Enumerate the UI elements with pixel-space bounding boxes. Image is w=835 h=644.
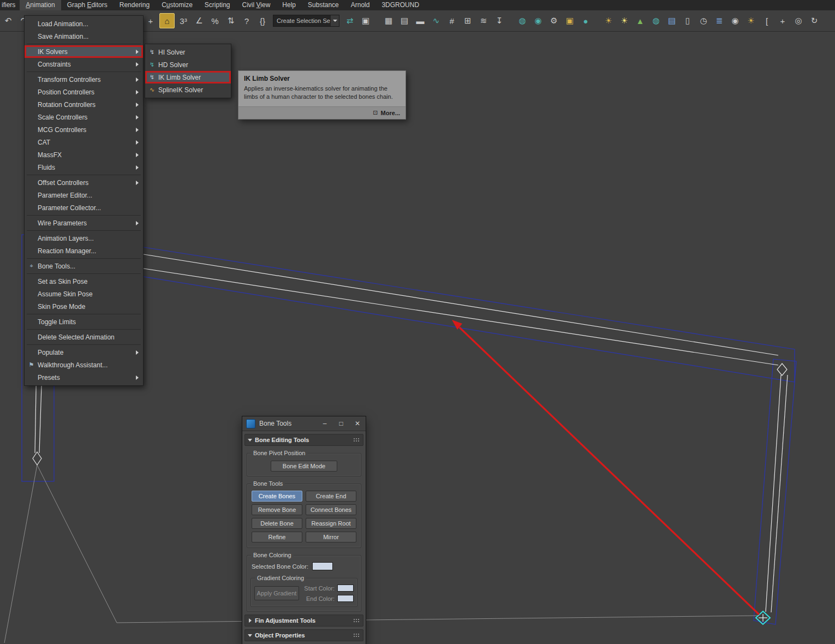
menu-item-ik-solvers[interactable]: IK Solvers [25,45,143,58]
selected-bone-color-swatch[interactable] [312,562,333,570]
compact-material-editor-icon[interactable]: ◉ [531,14,545,28]
rendered-frame-window-icon[interactable]: ▣ [563,14,577,28]
apply-gradient-button[interactable]: Apply Gradient [254,586,299,600]
toolbar-separator[interactable] [594,14,600,28]
end-color-swatch[interactable] [337,595,354,602]
bracket-tool-icon[interactable]: [ [760,14,774,28]
mirror-icon[interactable]: ⇄ [343,14,357,28]
menu-item-constraints[interactable]: Constraints [25,58,143,70]
select-and-move-icon[interactable]: + [144,14,158,28]
combo-dropdown-arrow[interactable] [331,15,339,26]
menu-item-walkthrough-assistant[interactable]: ⚑ Walkthrough Assistant... [25,359,143,371]
menubar-item-modifiers-partial[interactable]: ifiers [0,0,20,10]
toggle-ribbon-icon[interactable]: ▬ [413,14,427,28]
menu-item-position-controllers[interactable]: Position Controllers [25,86,143,98]
submenu-item-hd-solver[interactable]: ↯ HD Solver [145,58,231,71]
schematic-view-icon[interactable]: # [445,14,459,28]
capture-animation-icon[interactable]: ↧ [492,14,506,28]
page-layout-icon[interactable]: ▯ [681,14,695,28]
select-and-place-icon[interactable]: ⌂ [159,13,175,28]
menu-item-skin-pose-mode[interactable]: Skin Pose Mode [25,300,143,313]
reassign-root-button[interactable]: Reassign Root [306,518,356,529]
keyboard-shortcut-override-icon[interactable]: ? [240,14,254,28]
menu-item-parameter-collector[interactable]: Parameter Collector... [25,201,143,214]
material-editor-icon[interactable]: ◍ [515,14,529,28]
undo-icon[interactable]: ↶ [1,14,15,28]
data-stack-icon[interactable]: ≣ [712,14,726,28]
dope-sheet-icon[interactable]: ⊞ [461,14,475,28]
menu-item-assume-skin-pose[interactable]: Assume Skin Pose [25,288,143,300]
menubar-item-help[interactable]: Help [276,0,302,10]
light-icon[interactable]: ☀ [601,14,616,28]
menu-item-offset-controllers[interactable]: Offset Controllers [25,176,143,189]
bone-edit-mode-button[interactable]: Bone Edit Mode [271,461,337,472]
bulb-icon[interactable]: ☀ [744,14,758,28]
menu-item-save-animation[interactable]: Save Animation... [25,30,143,43]
menu-item-scale-controllers[interactable]: Scale Controllers [25,111,143,123]
submenu-item-hi-solver[interactable]: ↯ HI Solver [145,46,231,58]
toolbar-separator[interactable] [374,14,380,28]
render-production-icon[interactable]: ● [578,14,593,28]
menu-item-bone-tools[interactable]: ⌖ Bone Tools... [25,260,143,272]
menu-item-fluids[interactable]: Fluids [25,161,143,174]
start-color-swatch[interactable] [337,585,354,592]
menubar-item-graph-editors[interactable]: Graph Editors [61,0,114,10]
visibility-eye-icon[interactable]: ◉ [728,14,742,28]
menubar-item-animation[interactable]: Animation [20,0,61,10]
menu-item-toggle-limits[interactable]: Toggle Limits [25,315,143,328]
toggle-layer-explorer-icon[interactable]: ▤ [397,14,411,28]
create-end-button[interactable]: Create End [306,491,356,502]
rollout-fin-adjustment-tools[interactable]: Fin Adjustment Tools [244,615,363,627]
vegetation-icon[interactable]: ▲ [633,14,647,28]
pivot-icon[interactable]: ◎ [791,14,806,28]
time-configuration-icon[interactable]: ◷ [696,14,711,28]
minimize-button[interactable]: – [317,416,333,431]
menu-item-populate[interactable]: Populate [25,346,143,359]
bone-chain-wireframe[interactable] [33,236,788,612]
motion-mixer-icon[interactable]: ≋ [476,14,491,28]
delete-bone-button[interactable]: Delete Bone [252,518,302,529]
rotate-view-icon[interactable]: ↻ [807,14,821,28]
menu-item-cat[interactable]: CAT [25,136,143,148]
curve-editor-icon[interactable]: ∿ [429,14,443,28]
menu-item-set-as-skin-pose[interactable]: Set as Skin Pose [25,275,143,288]
spinner-snap-toggle-icon[interactable]: ⇅ [224,14,238,28]
rollout-object-properties[interactable]: Object Properties [244,629,363,641]
menu-item-parameter-editor[interactable]: Parameter Editor... [25,189,143,201]
edit-named-selection-sets-icon[interactable]: {} [255,14,270,28]
create-bones-button[interactable]: Create Bones [252,491,302,502]
menu-item-delete-selected-animation[interactable]: Delete Selected Animation [25,331,143,343]
menu-item-reaction-manager[interactable]: Reaction Manager... [25,245,143,257]
angle-snap-toggle-icon[interactable]: ∠ [192,14,206,28]
menu-item-massfx[interactable]: MassFX [25,148,143,161]
toggle-scene-explorer-icon[interactable]: ▦ [381,14,396,28]
menubar-item-customize[interactable]: Customize [156,0,199,10]
named-selection-sets-combo[interactable]: Create Selection Se [273,15,339,27]
render-setup-icon[interactable]: ⚙ [547,14,561,28]
bone-tools-titlebar[interactable]: Bone Tools – □ ✕ [242,416,366,431]
notes-icon[interactable]: ▤ [665,14,679,28]
menubar-item-rendering[interactable]: Rendering [114,0,156,10]
percent-snap-toggle-icon[interactable]: % [208,14,222,28]
sun-positioner-icon[interactable]: ☀ [617,14,631,28]
menu-item-load-animation[interactable]: Load Animation... [25,17,143,30]
snaps-toggle-icon[interactable]: 3³ [176,14,190,28]
menu-item-transform-controllers[interactable]: Transform Controllers [25,73,143,86]
connect-bones-button[interactable]: Connect Bones [306,504,356,515]
toolbar-separator[interactable] [508,14,514,28]
mirror-button[interactable]: Mirror [306,532,356,542]
align-icon[interactable]: ▣ [359,14,373,28]
axis-constraints-icon[interactable]: + [776,14,790,28]
menu-item-wire-parameters[interactable]: Wire Parameters [25,217,143,229]
remove-bone-button[interactable]: Remove Bone [252,504,302,515]
more-link[interactable]: More... [381,110,400,116]
menubar-item-3dground[interactable]: 3DGROUND [375,0,425,10]
submenu-item-splineik-solver[interactable]: ∿ SplineIK Solver [145,84,231,96]
menu-item-mcg-controllers[interactable]: MCG Controllers [25,123,143,136]
close-button[interactable]: ✕ [349,416,366,431]
menubar-item-substance[interactable]: Substance [302,0,345,10]
menu-item-rotation-controllers[interactable]: Rotation Controllers [25,98,143,111]
environment-globe-icon[interactable]: ◍ [649,14,663,28]
menubar-item-civil-view[interactable]: Civil View [236,0,277,10]
menu-item-presets[interactable]: Presets [25,371,143,384]
